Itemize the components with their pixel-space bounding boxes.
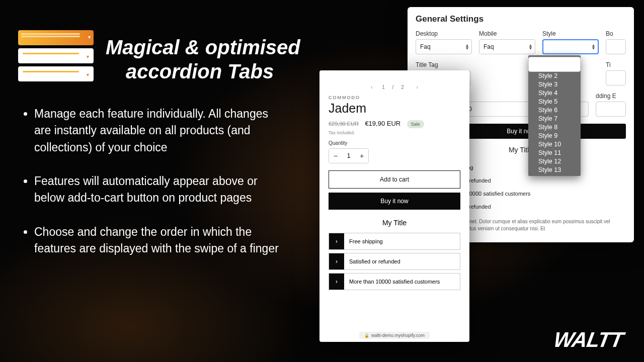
dropdown-option[interactable]: Style 8 <box>528 123 581 132</box>
accordion-label: Satisfied or refunded <box>344 253 460 269</box>
dropdown-option[interactable]: Style 4 <box>528 89 581 98</box>
extra2-select[interactable] <box>606 70 626 85</box>
dropdown-option[interactable]: Style 10 <box>528 140 581 149</box>
headline-line2: accordion Tabs <box>126 59 300 83</box>
product-name: Jadem <box>329 101 460 116</box>
dropdown-option[interactable]: Style 12 <box>528 157 581 166</box>
headline: Magical & optimised accordion Tabs <box>106 35 300 83</box>
accordion-icon: ▾ ▾ ▾ <box>18 30 99 85</box>
bullet-item: Choose and change the order in which the… <box>34 224 287 257</box>
extra-select[interactable] <box>606 39 626 54</box>
dropdown-option[interactable]: Style 6 <box>528 106 581 115</box>
qty-value: 1 <box>342 152 355 159</box>
brand-logo: WALTT <box>552 328 625 352</box>
add-to-cart-button[interactable]: Add to cart <box>329 170 460 189</box>
extra2-label: Ti <box>606 61 626 68</box>
quantity-label: Quantity <box>329 140 460 146</box>
feature-bullets: Manage each feature individually. All ch… <box>25 106 287 274</box>
qty-plus-button[interactable]: + <box>355 149 368 163</box>
bullet-item: Manage each feature individually. All ch… <box>34 106 287 156</box>
accordion-label: More than 10000 satisfied customers <box>344 274 460 290</box>
accordion-label: Free shipping <box>344 233 460 249</box>
quantity-stepper[interactable]: − 1 + <box>329 148 369 163</box>
pager-text: 1 / 2 <box>382 84 407 90</box>
prev-icon[interactable]: ‹ <box>371 84 372 90</box>
extra3-label: dding E <box>596 93 626 100</box>
price-new: €19,90 EUR <box>365 120 400 127</box>
headline-line1: Magical & optimised <box>106 36 300 58</box>
dropdown-option[interactable]: Style 3 <box>528 80 581 89</box>
style-dropdown[interactable]: Style 1 Style 2 Style 3 Style 4 Style 5 … <box>528 55 581 176</box>
dropdown-option[interactable]: Style 5 <box>528 98 581 106</box>
settings-title: General Settings <box>416 14 626 24</box>
style-label: Style <box>542 30 599 37</box>
titletag-label: Title Tag <box>416 61 471 68</box>
buy-now-button[interactable]: Buy it now <box>329 193 460 210</box>
url-bar: waltt-demo.myshopify.com <box>359 332 430 339</box>
next-icon[interactable]: › <box>417 84 418 90</box>
dropdown-option[interactable]: Style 2 <box>528 72 581 80</box>
price-old: €29,90 EUR <box>329 121 359 127</box>
phone-preview: ‹ 1 / 2 › COMMODO Jadem €29,90 EUR €19,9… <box>319 70 469 342</box>
mobile-select[interactable]: Faq▴▾ <box>479 39 535 54</box>
chevron-right-icon: › <box>329 253 344 269</box>
updown-icon: ▴▾ <box>529 44 532 50</box>
desktop-select[interactable]: Faq▴▾ <box>416 39 472 54</box>
dropdown-option[interactable]: Style 11 <box>528 149 581 157</box>
chevron-right-icon: › <box>329 233 344 249</box>
accordion-item[interactable]: ›More than 10000 satisfied customers <box>329 273 460 290</box>
sale-badge: Sale <box>407 120 424 128</box>
updown-icon: ▴▾ <box>592 44 595 50</box>
dropdown-option[interactable]: Style 9 <box>528 132 581 140</box>
dropdown-option[interactable]: Style 7 <box>528 115 581 123</box>
updown-icon: ▴▾ <box>466 44 468 50</box>
dropdown-option[interactable]: Style 13 <box>528 166 581 174</box>
extra3-input[interactable] <box>596 102 626 117</box>
dropdown-option[interactable]: Style 1 <box>528 57 581 72</box>
desktop-value: Faq <box>420 43 431 50</box>
accordion-title: My Title <box>329 219 460 227</box>
extra-label: Bo <box>606 30 626 37</box>
mobile-label: Mobile <box>479 30 535 37</box>
chevron-right-icon: › <box>329 274 344 290</box>
style-select[interactable]: ▴▾ <box>542 39 599 54</box>
pager: ‹ 1 / 2 › <box>329 84 460 90</box>
tax-note: Tax included. <box>329 130 460 135</box>
desktop-label: Desktop <box>416 30 472 37</box>
bullet-item: Features will automatically appear above… <box>34 173 287 207</box>
mobile-value: Faq <box>484 43 494 50</box>
accordion-item[interactable]: ›Satisfied or refunded <box>329 253 460 270</box>
product-brand: COMMODO <box>329 95 460 100</box>
accordion-item[interactable]: ›Free shipping <box>329 233 460 250</box>
qty-minus-button[interactable]: − <box>329 149 342 163</box>
